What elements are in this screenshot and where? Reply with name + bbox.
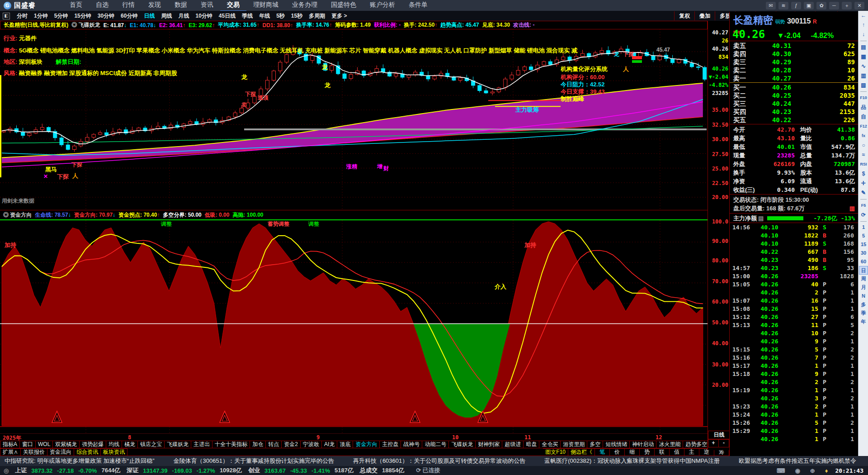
doc-icon[interactable]: ▧ bbox=[861, 81, 866, 90]
news-item[interactable]: 欧盟据悉考虑有条件推迟五年实施内燃机禁令 bbox=[739, 457, 856, 465]
f10-icon[interactable]: F10 bbox=[860, 93, 867, 103]
bid-row[interactable]: 买四40.232153 bbox=[730, 108, 859, 116]
tool-复权[interactable]: 复权 bbox=[674, 11, 694, 20]
period-tab-月线[interactable]: 月线 bbox=[175, 12, 192, 20]
indicator-tab-飞碟妖龙[interactable]: 飞碟妖龙 bbox=[449, 441, 476, 448]
tool-叠加[interactable]: 叠加 bbox=[694, 11, 715, 20]
indicator-tab-均线[interactable]: 均线 bbox=[106, 441, 122, 448]
zoom-out-button[interactable]: - bbox=[718, 439, 729, 447]
menu-item-发现[interactable]: 发现 bbox=[142, 0, 168, 10]
money-icon[interactable]: $ bbox=[862, 169, 865, 179]
period-tab-45日线[interactable]: 45日线 bbox=[216, 12, 239, 20]
tick-tab-细[interactable]: 细 bbox=[625, 448, 640, 456]
period-tab-日线[interactable]: 日线 bbox=[141, 12, 158, 20]
indicator-tab-神针启动[interactable]: 神针启动 bbox=[630, 441, 656, 448]
table-icon[interactable]: ▦ bbox=[861, 52, 866, 62]
period-tab-5秒[interactable]: 5秒 bbox=[273, 12, 288, 20]
indicator-tab-飞碟妖龙[interactable]: 飞碟妖龙 bbox=[165, 441, 191, 448]
f5-icon[interactable]: F5 bbox=[861, 201, 866, 210]
ask-row[interactable]: 卖三40.2989 bbox=[730, 58, 859, 66]
ext-tab-关联报价[interactable]: 关联报价 bbox=[21, 448, 47, 456]
news-item[interactable]: 金陵体育（300651）：关于董事减持股份计划实施完毕的公告 bbox=[174, 457, 334, 465]
indicator-tab-财神到家[interactable]: 财神到家 bbox=[476, 441, 502, 448]
period-tab-10分钟[interactable]: 10分钟 bbox=[192, 12, 215, 20]
strip-period-周[interactable]: 周 bbox=[859, 275, 868, 283]
indicator-tab-镇店之宝[interactable]: 镇店之宝 bbox=[138, 441, 165, 448]
news-item[interactable]: 蓝帆医疗(002382)：冠状动脉入瘢珠裸支架导管获得中国NMPA注册 bbox=[544, 457, 720, 465]
period-tab-30分钟[interactable]: 30分钟 bbox=[94, 12, 118, 20]
style-icon[interactable]: ƒ bbox=[791, 2, 801, 10]
skin-icon[interactable]: ✿ bbox=[816, 2, 826, 10]
indicator-tab-动能二号[interactable]: 动能二号 bbox=[422, 441, 449, 448]
menu-item-条件单[interactable]: 条件单 bbox=[402, 0, 434, 10]
report-icon[interactable]: ▤ bbox=[861, 43, 866, 52]
tick-tab-值[interactable]: 值 bbox=[670, 448, 684, 456]
indicator-tab-暗盘[interactable]: 暗盘 bbox=[524, 441, 539, 448]
close-icon[interactable]: ✕ bbox=[854, 2, 864, 10]
strip-period-5[interactable]: 5 bbox=[859, 232, 868, 240]
minimize-icon[interactable]: ─ bbox=[829, 2, 839, 10]
bid-row[interactable]: 买二40.252035 bbox=[730, 91, 859, 100]
strip-period-季[interactable]: 季 bbox=[859, 309, 868, 318]
strip-period-1[interactable]: 1 bbox=[859, 223, 868, 232]
ext-tab-板块资讯[interactable]: 板块资讯 bbox=[101, 448, 127, 456]
main-flow-row[interactable]: 主力净额 ▤ -7.28亿 -13% bbox=[730, 214, 859, 223]
wave-icon[interactable]: ≈ bbox=[862, 150, 865, 160]
tick-tab-势[interactable]: 势 bbox=[640, 448, 655, 456]
news-item[interactable]: 再升科技（603601）：关于公司股票及可转债交易异常波动的公告 bbox=[353, 457, 525, 465]
mini-chart-icon[interactable]: ▥ bbox=[849, 204, 859, 213]
indicator-tab-强势起爆[interactable]: 强势起爆 bbox=[80, 441, 106, 448]
maximize-icon[interactable]: ＋ bbox=[842, 2, 852, 10]
strip-period-30[interactable]: 30 bbox=[859, 249, 868, 257]
menu-item-理财商城[interactable]: 理财商城 bbox=[246, 0, 285, 10]
strip-period-N[interactable]: N bbox=[859, 292, 868, 300]
f12-icon[interactable]: F12 bbox=[860, 122, 867, 131]
period-tab-季线[interactable]: 季线 bbox=[239, 12, 256, 20]
tick-tab-笔[interactable]: 笔 bbox=[595, 448, 610, 456]
indicator-tab-资金2[interactable]: 资金2 bbox=[282, 441, 301, 448]
strip-period-15[interactable]: 15 bbox=[859, 240, 868, 249]
indicator-tab-短线情绪[interactable]: 短线情绪 bbox=[603, 441, 630, 448]
indicator-tab-顶底[interactable]: 顶底 bbox=[337, 441, 353, 448]
zoom-in-button[interactable]: + bbox=[708, 439, 719, 447]
indicator-tab-资金方向[interactable]: 资金方向 bbox=[353, 441, 380, 448]
move-icon[interactable]: ✛ bbox=[861, 179, 866, 188]
strip-period-日[interactable]: 日 bbox=[859, 266, 868, 275]
indicator-tab-指标A[interactable]: 指标A bbox=[0, 441, 20, 448]
layout-split-icon[interactable]: ◧ bbox=[3, 13, 10, 19]
indicator-tab-主控盘[interactable]: 主控盘 bbox=[380, 441, 401, 448]
menu-item-账户分析[interactable]: 账户分析 bbox=[363, 0, 402, 10]
rsi-icon[interactable]: RSI bbox=[860, 160, 867, 169]
strip-period-年[interactable]: 年 bbox=[859, 318, 868, 326]
indicator-tab-主进出[interactable]: 主进出 bbox=[191, 441, 212, 448]
news-item[interactable]: 中指研究院: 明年或落地更多增量政策 加速楼市“止跌回稳” bbox=[5, 457, 155, 465]
refresh-icon[interactable]: ⟳ bbox=[861, 210, 866, 220]
indicator-tab-加仓[interactable]: 加仓 bbox=[250, 441, 266, 448]
indicator-tab-窗口[interactable]: 窗口 bbox=[20, 441, 36, 448]
menu-item-国盛特色[interactable]: 国盛特色 bbox=[324, 0, 363, 10]
globe-icon[interactable]: ⊕ bbox=[810, 467, 815, 474]
indicator-tab-游资里期[interactable]: 游资里期 bbox=[561, 441, 587, 448]
indicator-tab-双紫橘龙[interactable]: 双紫橘龙 bbox=[53, 441, 80, 448]
indicator-tab-转点[interactable]: 转点 bbox=[266, 441, 282, 448]
period-tab-年线[interactable]: 年线 bbox=[256, 12, 273, 20]
kline-period-label[interactable]: 日线 bbox=[708, 431, 730, 439]
tick-tab-主[interactable]: 主 bbox=[684, 448, 699, 456]
back-arrow-icon[interactable]: ← bbox=[861, 11, 866, 20]
keyboard-icon[interactable]: ⌨ bbox=[777, 467, 785, 474]
fund-direction-chart[interactable] bbox=[0, 220, 708, 433]
strip-period-月[interactable]: 月 bbox=[859, 283, 868, 292]
period-tab-多周期[interactable]: 多周期 bbox=[306, 12, 328, 20]
tree-icon[interactable]: 品 bbox=[861, 103, 866, 112]
period-tab-60分钟[interactable]: 60分钟 bbox=[118, 12, 141, 20]
indicator-tab-战神号[interactable]: 战神号 bbox=[401, 441, 422, 448]
kline-icon[interactable]: ▥ bbox=[861, 71, 866, 81]
ask-row[interactable]: 卖二40.2810 bbox=[730, 66, 859, 74]
menu-item-数据[interactable]: 数据 bbox=[168, 0, 194, 10]
bid-row[interactable]: 买一40.26834 bbox=[730, 83, 859, 91]
indicator-tab-宁波敢[interactable]: 宁波敢 bbox=[301, 441, 322, 448]
edit-icon[interactable]: ✎ bbox=[861, 188, 866, 198]
megaphone-icon[interactable]: ◉ bbox=[795, 467, 800, 474]
ext-tab-综合资讯[interactable]: 综合资讯 bbox=[74, 448, 101, 456]
menu-item-首页[interactable]: 首页 bbox=[63, 0, 89, 10]
